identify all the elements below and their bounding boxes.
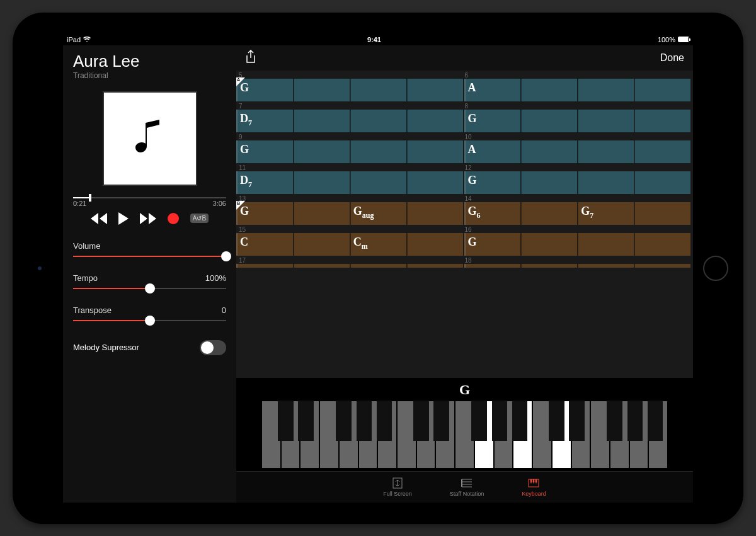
chord-beat[interactable] <box>634 202 690 225</box>
progress-bar[interactable]: 0:21 3:06 <box>73 197 226 207</box>
chord-beat[interactable] <box>350 140 406 163</box>
tempo-slider[interactable]: Tempo 100% <box>73 273 226 289</box>
white-key[interactable] <box>552 401 571 469</box>
staff-icon <box>461 477 473 489</box>
play-button[interactable] <box>118 212 129 225</box>
chord-beat[interactable] <box>521 202 577 225</box>
done-button[interactable]: Done <box>660 52 684 64</box>
chord-beat[interactable] <box>464 264 521 268</box>
home-button[interactable] <box>703 256 728 281</box>
chord-grid[interactable]: 56AGA78D7G910GA1112D7G1314BGGaugG6G71516… <box>236 71 693 378</box>
chord-beat[interactable] <box>407 202 463 225</box>
chord-beat[interactable] <box>634 140 690 163</box>
white-key[interactable] <box>494 401 513 469</box>
chord-beat[interactable] <box>294 110 350 132</box>
white-key[interactable] <box>435 401 455 469</box>
chord-beat[interactable] <box>578 79 634 101</box>
white-key[interactable] <box>319 401 339 469</box>
chord-beat[interactable] <box>578 264 634 268</box>
volume-label: Volume <box>73 241 100 251</box>
white-key[interactable] <box>513 401 532 469</box>
chord-beat[interactable] <box>294 202 350 225</box>
white-key[interactable] <box>358 401 378 469</box>
chord-label: G6 <box>468 205 481 220</box>
chord-beat[interactable] <box>407 110 463 132</box>
tab-keyboard[interactable]: Keyboard <box>522 477 546 497</box>
chord-beat[interactable]: AG <box>236 79 293 101</box>
tab-full-screen[interactable]: Full Screen <box>383 477 412 497</box>
ab-loop-button[interactable]: A↺B <box>190 214 209 223</box>
chord-beat[interactable] <box>350 264 406 268</box>
chord-beat[interactable]: Cm <box>350 233 406 256</box>
chord-beat[interactable] <box>521 79 577 101</box>
chord-label: D7 <box>240 112 252 128</box>
white-key[interactable] <box>532 401 552 469</box>
white-key[interactable] <box>397 401 416 469</box>
white-key[interactable] <box>455 401 474 469</box>
tab-staff-notation[interactable]: Staff Notation <box>450 477 484 497</box>
share-button[interactable] <box>245 50 256 66</box>
chord-beat[interactable] <box>294 264 350 268</box>
piano-keyboard[interactable] <box>261 401 668 469</box>
white-key[interactable] <box>571 401 591 469</box>
white-key[interactable] <box>610 401 629 469</box>
chord-beat[interactable] <box>294 140 350 163</box>
chord-beat[interactable] <box>578 110 634 132</box>
chord-beat[interactable]: Gaug <box>350 202 406 225</box>
chord-beat[interactable]: A <box>464 140 521 163</box>
chord-beat[interactable] <box>407 140 463 163</box>
chord-beat[interactable] <box>407 233 463 256</box>
chord-beat[interactable]: G <box>236 140 293 163</box>
white-key[interactable] <box>261 401 281 469</box>
chord-beat[interactable]: G7 <box>578 202 634 225</box>
chord-beat[interactable] <box>350 110 406 132</box>
chord-beat[interactable]: C <box>236 233 293 256</box>
chord-beat[interactable] <box>350 79 406 101</box>
chord-beat[interactable] <box>294 79 350 101</box>
forward-button[interactable] <box>140 213 156 224</box>
chord-beat[interactable] <box>236 264 293 268</box>
chord-beat[interactable]: G6 <box>464 202 521 225</box>
chord-beat[interactable]: D7 <box>236 171 293 194</box>
chord-label: G <box>468 112 477 125</box>
chord-beat[interactable]: A <box>464 79 521 101</box>
white-key[interactable] <box>281 401 301 469</box>
white-key[interactable] <box>474 401 494 469</box>
white-key[interactable] <box>590 401 610 469</box>
chord-beat[interactable]: G <box>464 171 521 194</box>
chord-beat[interactable] <box>350 171 406 194</box>
chord-beat[interactable] <box>578 233 634 256</box>
record-button[interactable] <box>168 213 179 224</box>
white-key[interactable] <box>377 401 397 469</box>
white-key[interactable] <box>300 401 319 469</box>
white-key[interactable] <box>648 401 668 469</box>
rewind-button[interactable] <box>91 213 107 224</box>
chord-beat[interactable] <box>634 79 690 101</box>
chord-beat[interactable] <box>294 171 350 194</box>
chord-beat[interactable] <box>634 171 690 194</box>
chord-beat[interactable] <box>578 171 634 194</box>
chord-beat[interactable]: D7 <box>236 110 293 132</box>
chord-beat[interactable] <box>407 264 463 268</box>
transpose-slider[interactable]: Transpose 0 <box>73 305 226 321</box>
white-key[interactable] <box>339 401 358 469</box>
chord-beat[interactable] <box>521 110 577 132</box>
chord-beat[interactable] <box>407 79 463 101</box>
chord-beat[interactable] <box>578 140 634 163</box>
chord-beat[interactable] <box>521 233 577 256</box>
volume-slider[interactable]: Volume <box>73 241 226 257</box>
chord-beat[interactable] <box>521 140 577 163</box>
chord-beat[interactable] <box>634 264 690 268</box>
chord-beat[interactable] <box>634 110 690 132</box>
chord-beat[interactable] <box>521 264 577 268</box>
chord-beat[interactable] <box>634 233 690 256</box>
chord-beat[interactable]: G <box>464 110 521 132</box>
white-key[interactable] <box>416 401 436 469</box>
chord-beat[interactable] <box>521 171 577 194</box>
melody-suppressor-toggle[interactable] <box>200 340 226 355</box>
chord-beat[interactable]: BG <box>236 202 293 225</box>
white-key[interactable] <box>629 401 649 469</box>
chord-beat[interactable]: G <box>464 233 521 256</box>
chord-beat[interactable] <box>294 233 350 256</box>
chord-beat[interactable] <box>407 171 463 194</box>
